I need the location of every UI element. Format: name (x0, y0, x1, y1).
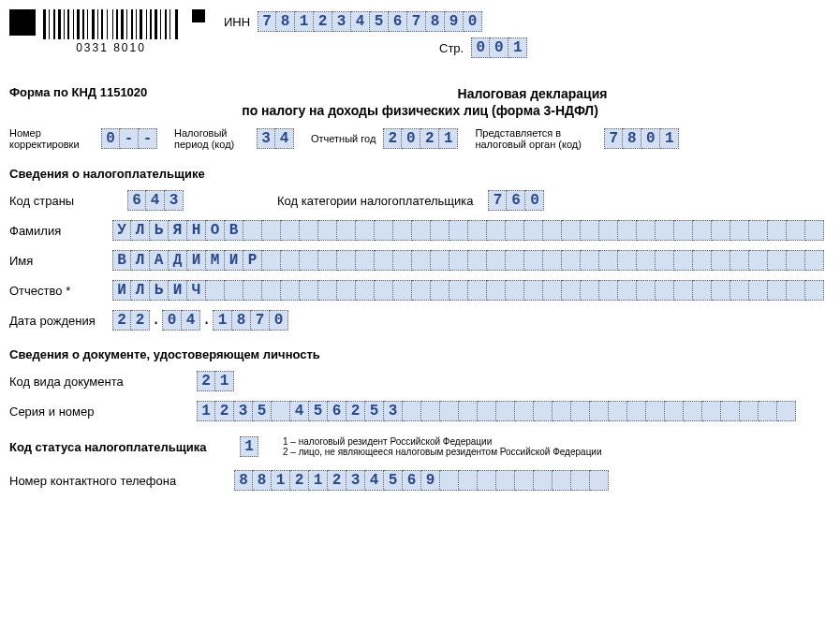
barcode-number: 0331 8010 (76, 41, 146, 54)
country-cells: 643 (127, 190, 184, 211)
category-cells: 760 (488, 190, 544, 211)
surname-label: Фамилия (9, 224, 112, 238)
category-label: Код категории налогоплательщика (277, 194, 473, 208)
patronymic-label: Отчество * (9, 284, 112, 298)
doc-serial-cells: 1235 456253 (197, 401, 796, 421)
page-cells: 001 (471, 37, 527, 58)
doc-serial-label: Серия и номер (9, 405, 197, 419)
status-cells: 1 (240, 436, 258, 457)
tax-period-label: Налоговый период (код) (174, 127, 249, 150)
barcode-bars (43, 9, 179, 39)
phone-cells: 88121234569 (234, 470, 609, 491)
patronymic-cells: ИЛЬИЧ (112, 280, 824, 301)
doc-title-1: Налоговая декларация (234, 86, 831, 101)
birth-date-cells: 22.04.1870 (112, 310, 288, 331)
name-label: Имя (9, 254, 112, 268)
name-cells: ВЛАДИМИР (112, 250, 824, 271)
tax-period-cells: 34 (257, 128, 294, 149)
surname-cells: УЛЬЯНОВ (112, 220, 824, 241)
status-hint-2: 2 – лицо, не являющееся налоговым резиде… (283, 447, 602, 457)
page-label: Стр. (439, 41, 464, 55)
tax-authority-label: Представляется в налоговый орган (код) (475, 127, 597, 150)
status-hint-1: 1 – налоговый резидент Российской Федера… (283, 436, 602, 447)
barcode-block: 0331 8010 (9, 9, 205, 54)
doc-type-label: Код вида документа (9, 375, 197, 389)
inn-label: ИНН (224, 15, 250, 29)
marker-square-left (9, 9, 36, 36)
phone-label: Номер контактного телефона (9, 474, 234, 488)
doc-title-2: по налогу на доходы физических лиц (форм… (9, 103, 831, 118)
doc-header: Сведения о документе, удостоверяющем лич… (9, 347, 831, 361)
correction-label: Номер корректировки (9, 127, 94, 150)
inn-cells: 781234567890 (258, 11, 482, 32)
tax-authority-cells: 7801 (604, 128, 679, 149)
birth-date-label: Дата рождения (9, 314, 112, 328)
report-year-cells: 2021 (383, 128, 458, 149)
doc-type-cells: 21 (197, 371, 234, 391)
marker-square-right (192, 9, 205, 22)
country-label: Код страны (9, 194, 112, 208)
status-label: Код статуса налогоплательщика (9, 440, 225, 454)
form-code: Форма по КНД 1151020 (9, 85, 234, 99)
correction-cells: 0-- (101, 128, 157, 149)
taxpayer-header: Сведения о налогоплательщике (9, 167, 831, 181)
report-year-label: Отчетный год (311, 133, 376, 144)
